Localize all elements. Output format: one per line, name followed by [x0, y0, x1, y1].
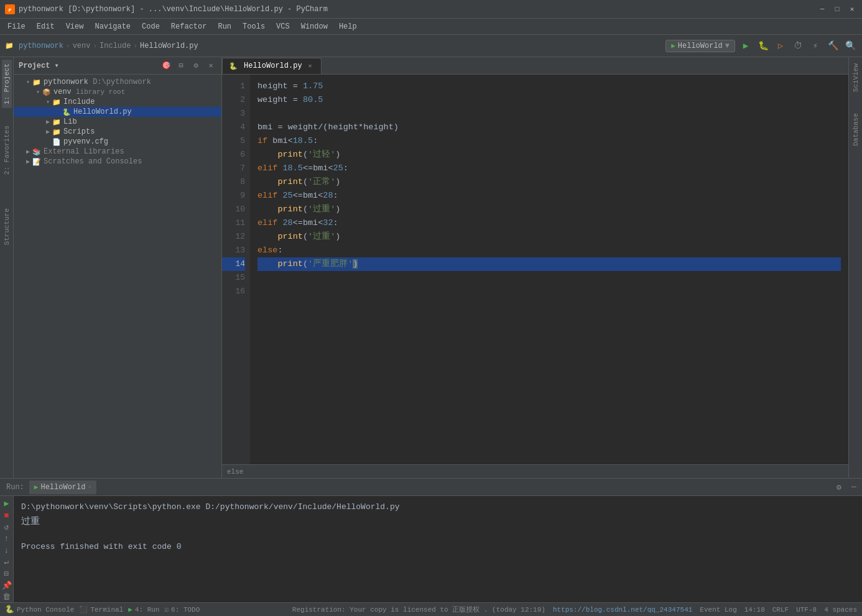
collapse-all-button[interactable]: ⊟	[175, 60, 187, 71]
event-log-label[interactable]: Event Log	[700, 606, 736, 614]
menu-tools[interactable]: Tools	[238, 21, 270, 32]
debug-button[interactable]: 🐛	[756, 39, 770, 53]
main-content: 1: Project 2: Favorites Structure Projec…	[0, 57, 862, 478]
settings-button[interactable]: ⚙	[190, 60, 202, 71]
menu-file[interactable]: File	[2, 21, 30, 32]
breadcrumb-include[interactable]: Include	[100, 42, 131, 50]
tab-close-button[interactable]: ✕	[306, 62, 315, 70]
menu-view[interactable]: View	[61, 21, 89, 32]
structure-tab[interactable]: Structure	[2, 205, 12, 249]
menu-run[interactable]: Run	[213, 21, 236, 32]
close-button[interactable]: ✕	[847, 4, 857, 14]
run-tab-statusbar[interactable]: ▶ 4: Run	[128, 605, 159, 614]
minimize-button[interactable]: ─	[817, 4, 827, 14]
sidebar-title: Project ▾	[19, 61, 157, 70]
ln-12: 12	[222, 230, 245, 244]
run-config-selector[interactable]: ▶ HelloWorld ▼	[665, 40, 735, 52]
menu-vcs[interactable]: VCS	[271, 21, 295, 32]
run-config-dropdown[interactable]: ▼	[725, 42, 730, 50]
blog-link[interactable]: https://blog.csdnl.net/qq_24347541	[553, 606, 692, 614]
tree-root-pythonwork[interactable]: ▾ 📁 pythonwork D:\pythonwork	[14, 77, 221, 87]
locate-file-button[interactable]: 🎯	[160, 60, 172, 71]
terminal-tab[interactable]: ⬛ Terminal	[79, 605, 123, 614]
play-run-button[interactable]: ▶	[1, 499, 12, 509]
tree-lib[interactable]: ▶ 📁 Lib	[14, 117, 221, 127]
titlebar: P pythonwork [D:\pythonwork] - ...\venv\…	[0, 0, 862, 19]
concurrency-button[interactable]: ⚡	[809, 39, 822, 53]
label-scripts: Scripts	[63, 127, 95, 136]
arrow-include: ▾	[44, 98, 52, 106]
rerun-button[interactable]: ↺	[1, 522, 12, 533]
indent-info: 4 spaces	[824, 606, 857, 614]
statusbar: 🐍 Python Console ⬛ Terminal ▶ 4: Run ☑ 6…	[0, 602, 862, 616]
run-tab-helloworld[interactable]: ▶ HelloWorld ✕	[29, 480, 96, 494]
scratch-icon: 📝	[32, 158, 41, 166]
breadcrumb-venv[interactable]: venv	[73, 42, 91, 50]
code-line-1: height = 1.75	[257, 80, 841, 93]
tree-ext-libs[interactable]: ▶ 📚 External Libraries	[14, 147, 221, 157]
bottom-tabs: Run: ▶ HelloWorld ✕ ⚙ ─	[0, 479, 862, 496]
sep2: ›	[93, 42, 97, 50]
tree-scratches[interactable]: ▶ 📝 Scratches and Consoles	[14, 157, 221, 167]
profile-button[interactable]: ⏱	[791, 39, 805, 53]
hide-button[interactable]: ✕	[205, 60, 216, 71]
charset: UTF-8	[796, 606, 817, 614]
maximize-button[interactable]: □	[832, 4, 842, 14]
cfg-file-icon: 📄	[52, 138, 61, 146]
code-editor[interactable]: 1 2 3 4 5 6 7 8 9 10 11 12 13 14 15 16 h…	[222, 75, 848, 464]
collapse-run-button[interactable]: ─	[848, 482, 860, 493]
breadcrumb-pythonwork[interactable]: pythonwork	[19, 42, 63, 50]
menu-window[interactable]: Window	[296, 21, 333, 32]
context-hint: else	[227, 468, 243, 476]
build-button[interactable]: 🔨	[826, 39, 840, 53]
arrow-lib: ▶	[44, 118, 52, 126]
stop-run-button[interactable]: ■	[1, 510, 12, 521]
license-text: Registration: Your copy is licensed to 正…	[292, 605, 545, 614]
project-tab[interactable]: 1: Project	[2, 60, 12, 108]
code-line-15	[257, 271, 841, 285]
tree-pyvenv[interactable]: 📄 pyvenv.cfg	[14, 137, 221, 147]
soft-wrap-button[interactable]: ↵	[1, 557, 12, 568]
clear-output-button[interactable]: 🗑	[1, 592, 12, 602]
tree-include[interactable]: ▾ 📁 Include	[14, 97, 221, 107]
ln-6: 6	[222, 148, 245, 162]
line-numbers: 1 2 3 4 5 6 7 8 9 10 11 12 13 14 15 16	[222, 75, 250, 464]
sidebar-header: Project ▾ 🎯 ⊟ ⚙ ✕	[14, 57, 221, 75]
code-line-13: else:	[257, 244, 841, 257]
breadcrumb-helloworld[interactable]: HelloWorld.py	[140, 42, 198, 50]
python-console-tab[interactable]: 🐍 Python Console	[5, 605, 74, 614]
search-everywhere-button[interactable]: 🔍	[843, 39, 857, 53]
menu-edit[interactable]: Edit	[32, 21, 60, 32]
pin-tab-button[interactable]: 📌	[1, 580, 12, 591]
settings-run-button[interactable]: ⚙	[833, 482, 845, 493]
database-tab[interactable]: Database	[851, 109, 861, 150]
arrow-scratches: ▶	[24, 158, 32, 165]
menu-refactor[interactable]: Refactor	[166, 21, 212, 32]
code-line-6: print('过轻')	[257, 148, 841, 162]
run-panel-controls: ⚙ ─	[833, 482, 860, 493]
venv-icon: 📦	[42, 88, 51, 96]
editor-tab-helloworld[interactable]: 🐍 HelloWorld.py ✕	[222, 58, 322, 74]
scroll-down-button[interactable]: ↓	[1, 545, 12, 556]
scroll-up-button[interactable]: ↑	[1, 533, 12, 544]
ln-11: 11	[222, 216, 245, 230]
menu-navigate[interactable]: Navigate	[90, 21, 136, 32]
filter-output-button[interactable]: ⊟	[1, 569, 12, 579]
left-tool-tabs: 1: Project 2: Favorites Structure	[0, 57, 14, 478]
menu-code[interactable]: Code	[137, 21, 165, 32]
code-content[interactable]: height = 1.75 weight = 80.5 bmi = weight…	[250, 75, 848, 464]
cursor-position: 14:18	[744, 606, 765, 614]
tree-venv[interactable]: ▾ 📦 venv library root	[14, 87, 221, 97]
run-button[interactable]: ▶	[739, 39, 753, 53]
menubar: File Edit View Navigate Code Refactor Ru…	[0, 19, 862, 35]
project-folder-icon: 📁	[5, 42, 14, 50]
run-tab-close[interactable]: ✕	[88, 484, 91, 490]
tree-helloworld[interactable]: 🐍 HelloWorld.py	[14, 107, 221, 117]
menu-help[interactable]: Help	[334, 21, 362, 32]
favorites-tab[interactable]: 2: Favorites	[2, 122, 12, 178]
run-coverage-button[interactable]: ▷	[774, 39, 787, 53]
todo-tab[interactable]: ☑ 6: TODO	[164, 605, 200, 614]
sciview-tab[interactable]: SciView	[851, 60, 861, 96]
window-title: pythonwork [D:\pythonwork] - ...\venv\In…	[19, 5, 817, 14]
tree-scripts[interactable]: ▶ 📁 Scripts	[14, 127, 221, 137]
